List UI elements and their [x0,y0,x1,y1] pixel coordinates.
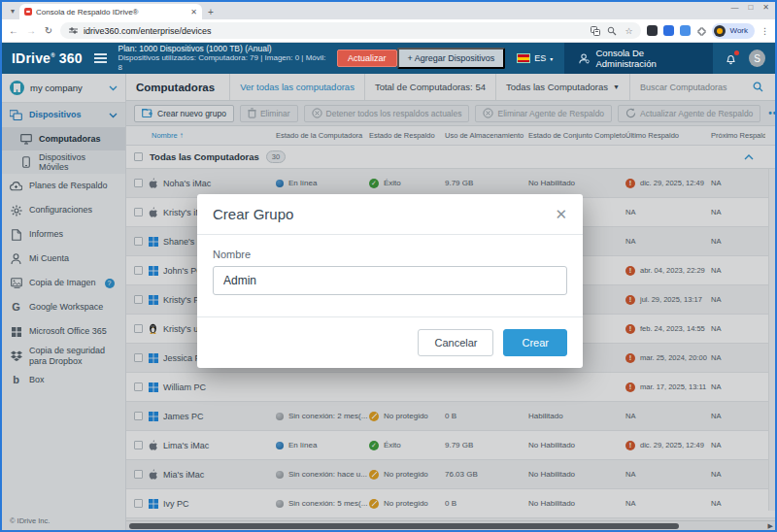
group-name-input[interactable] [213,266,567,295]
sidebar-item-devices[interactable]: Dispositivos [2,103,125,127]
sidebar-item-box[interactable]: bBox [2,368,125,392]
table-row[interactable]: James PC Sin conexión: 2 mes(... No prot… [126,402,775,431]
cancel-button[interactable]: Cancelar [418,329,493,356]
upgrade-plan-button[interactable]: Actualizar [337,50,397,67]
window-close-button[interactable]: ✕ [762,4,769,12]
site-settings-icon[interactable] [68,26,78,36]
bookmark-star-icon[interactable]: ☆ [624,26,633,36]
row-checkbox[interactable] [134,499,143,508]
toolbar-button-label: Eliminar [260,109,290,118]
sidebar-item-settings[interactable]: Configuraciones [2,198,125,222]
more-actions-button[interactable]: ••• [768,108,775,118]
row-checkbox[interactable] [134,266,143,275]
forward-icon[interactable]: → [25,25,37,36]
tab-strip: ▾ Consola de Respaldo IDrive® ✕ + — □ ✕ [2,2,775,19]
extension-icon-3[interactable] [680,25,691,36]
horizontal-scrollbar-thumb[interactable] [129,523,679,529]
last-backup: NA [625,499,635,508]
vertical-scrollbar[interactable] [768,169,775,511]
row-checkbox[interactable] [134,208,143,216]
microsoft-office-365-icon [10,325,22,338]
extension-icon-1[interactable] [647,25,658,36]
horizontal-scrollbar[interactable]: ▶ [126,520,775,530]
browser-profile-chip[interactable]: Work [712,23,755,39]
row-checkbox[interactable] [134,324,143,333]
scroll-right-arrow-icon[interactable]: ▶ [768,522,773,530]
row-checkbox[interactable] [134,295,143,304]
translate-icon[interactable] [591,26,600,36]
notifications-button[interactable] [725,52,737,65]
last-backup: mar. 25, 2024, 20:00 [640,353,707,362]
column-header-7[interactable]: Próximo Respaldo [711,131,765,140]
sidebar-item-my-account[interactable]: Mi Cuenta [2,247,125,271]
sidebar-item-dropbox-backup[interactable]: Copia de seguridad para Dropbox [2,344,125,368]
group-checkbox[interactable] [134,152,143,161]
table-row[interactable]: Ivy PC Sin conexión: 5 mes(... No proteg… [126,489,775,518]
sidebar-item-microsoft-office-365[interactable]: Microsoft Office 365 [2,319,125,344]
group-filter-dropdown[interactable]: Todas las Computadoras ▼ [495,74,629,100]
address-bar[interactable]: idrive360.com/enterprise/devices ☆ [60,22,641,39]
sidebar-item-reports[interactable]: Informes [2,222,125,247]
search-icon[interactable] [753,82,763,92]
add-devices-button[interactable]: + Agregar Dispositivos [397,48,506,69]
apple-os-icon [148,207,158,217]
row-checkbox[interactable] [134,470,143,479]
sidebar-item-google-workspace[interactable]: GGoogle Workspace [2,295,125,319]
user-avatar[interactable]: S [749,50,765,67]
sidebar-item-computers[interactable]: Computadoras [2,127,125,150]
sidebar-item-label: Planes de Respaldo [29,181,108,190]
search-box [629,74,775,100]
create-button[interactable]: Crear [503,329,567,356]
row-checkbox[interactable] [134,353,143,362]
tab-close-icon[interactable]: ✕ [190,8,197,17]
back-icon[interactable]: ← [8,25,19,36]
remove-agent-button[interactable]: Eliminar Agente de Respaldo [475,105,612,122]
zoom-page-icon[interactable] [607,26,617,36]
delete-button[interactable]: Eliminar [240,105,298,122]
row-checkbox[interactable] [134,179,143,187]
row-checkbox[interactable] [134,412,143,420]
company-selector[interactable]: my company [2,74,125,103]
row-checkbox[interactable] [134,441,143,449]
backup-success-icon: ✓ [369,441,379,450]
row-checkbox[interactable] [134,382,143,391]
column-header-3[interactable]: Estado de Respaldo [369,131,445,140]
extensions-puzzle-icon[interactable] [696,26,706,36]
group-row-all-computers[interactable]: Todas las Computadoras 30 [126,146,775,169]
extension-icon-2[interactable] [663,25,674,36]
search-input[interactable] [640,83,747,92]
browser-tab[interactable]: Consola de Respaldo IDrive® ✕ [19,4,202,19]
box-icon: b [10,374,22,386]
browser-menu-icon[interactable]: ⋮ [760,26,769,36]
column-header-4[interactable]: Uso de Almacenamiento [445,131,528,140]
stop-backups-button[interactable]: Detener todos los respaldos actuales [304,105,470,122]
tab-search-chevron-icon[interactable]: ▾ [6,4,19,17]
sidebar-item-mobile-devices[interactable]: Dispositivos Móviles [2,150,125,174]
hamburger-menu-icon[interactable] [94,53,107,63]
table-row[interactable]: Mia's iMac Sin conexión: hace u... No pr… [126,460,775,489]
table-row[interactable]: William PC !mar. 17, 2025, 13:11 NA [126,373,775,402]
sidebar-item-image-copy[interactable]: Copia de Imagen? [2,271,125,295]
modal-close-icon[interactable]: ✕ [555,207,567,221]
column-header-6[interactable]: Último Respaldo [625,131,711,140]
column-header-1[interactable]: Nombre ↑ [126,131,276,140]
create-group-button[interactable]: Crear nuevo grupo [134,105,234,122]
update-agent-button[interactable]: Actualizar Agente de Respaldo [618,105,760,122]
window-maximize-button[interactable]: □ [748,4,753,12]
view-all-link[interactable]: Ver todas las computadoras [229,74,364,100]
idrive-logo[interactable]: IDrive® 360 [12,50,83,66]
google-workspace-icon: G [10,301,22,314]
column-header-5[interactable]: Estado de Conjunto Completo [528,131,625,140]
admin-console-menu[interactable]: Consola De Administración [564,43,713,74]
trash-icon [248,108,256,118]
collapse-group-button[interactable] [744,154,754,160]
column-header-2[interactable]: Estado de la Computadora [276,131,369,140]
last-backup: feb. 24, 2023, 14:55 [640,324,705,333]
language-selector[interactable]: ES ▾ [517,53,553,63]
reload-icon[interactable]: ↻ [43,25,54,36]
window-minimize-button[interactable]: — [730,4,738,12]
new-tab-button[interactable]: + [208,7,214,17]
row-checkbox[interactable] [134,237,143,246]
sidebar-item-backup-plans[interactable]: Planes de Respaldo [2,174,125,198]
table-row[interactable]: Lima's iMac En línea ✓Éxito 9.79 GB No H… [126,431,775,460]
